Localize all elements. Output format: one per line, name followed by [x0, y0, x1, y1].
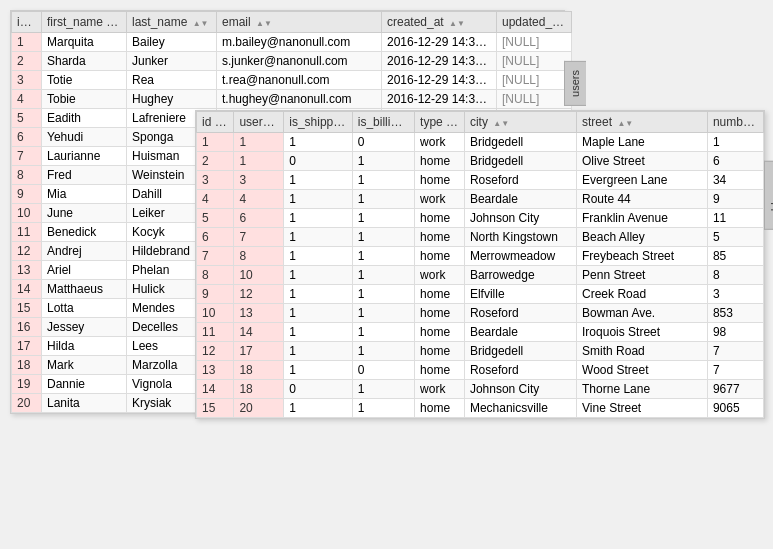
- user-firstname-cell: Andrej: [42, 242, 127, 261]
- addr-shipping-cell: 1: [284, 190, 353, 209]
- addr-billing-cell: 0: [352, 361, 414, 380]
- tables-container: users id ▲▼ first_name ▲▼ last_name ▲▼ e…: [10, 10, 765, 540]
- user-firstname-cell: June: [42, 204, 127, 223]
- addr-shipping-cell: 1: [284, 171, 353, 190]
- addr-col-shipping[interactable]: is_shipping ▲▼: [284, 112, 353, 133]
- addr-id-cell: 4: [197, 190, 234, 209]
- user-id-cell: 19: [12, 375, 42, 394]
- addr-billing-cell: 1: [352, 399, 414, 418]
- addr-type-cell: home: [415, 152, 465, 171]
- addr-street-cell: Wood Street: [577, 361, 708, 380]
- addr-number-cell: 853: [707, 304, 763, 323]
- addr-userid-cell: 1: [234, 152, 284, 171]
- addr-col-billing[interactable]: is_billing ▲▼: [352, 112, 414, 133]
- addr-userid-cell: 8: [234, 247, 284, 266]
- users-tab-label[interactable]: users: [564, 61, 586, 106]
- addr-street-cell: Franklin Avenue: [577, 209, 708, 228]
- addr-number-cell: 7: [707, 342, 763, 361]
- addr-type-cell: home: [415, 247, 465, 266]
- addr-shipping-cell: 1: [284, 285, 353, 304]
- users-col-lastname[interactable]: last_name ▲▼: [127, 12, 217, 33]
- addr-street-cell: Route 44: [577, 190, 708, 209]
- addr-street-cell: Creek Road: [577, 285, 708, 304]
- addr-id-cell: 3: [197, 171, 234, 190]
- addr-street-cell: Beach Alley: [577, 228, 708, 247]
- addr-city-cell: Mechanicsville: [464, 399, 576, 418]
- addr-street-cell: Vine Street: [577, 399, 708, 418]
- addr-shipping-cell: 0: [284, 380, 353, 399]
- users-col-created[interactable]: created_at ▲▼: [382, 12, 497, 33]
- addresses-tab-label[interactable]: addresses: [764, 161, 773, 230]
- addresses-table: id ▲▼ user_id ▲▼ is_shipping ▲▼ is_billi…: [196, 111, 764, 418]
- addr-userid-cell: 4: [234, 190, 284, 209]
- addr-street-cell: Evergreen Lane: [577, 171, 708, 190]
- addr-id-cell: 7: [197, 247, 234, 266]
- addr-number-cell: 3: [707, 285, 763, 304]
- addr-billing-cell: 1: [352, 152, 414, 171]
- users-col-updated[interactable]: updated_at ▲▼: [497, 12, 572, 33]
- user-created-cell: 2016-12-29 14:37:14: [382, 33, 497, 52]
- user-email-cell: s.junker@nanonull.com: [217, 52, 382, 71]
- addr-userid-cell: 7: [234, 228, 284, 247]
- addr-shipping-cell: 1: [284, 266, 353, 285]
- user-updated-cell: [NULL]: [497, 90, 572, 109]
- addr-shipping-cell: 1: [284, 323, 353, 342]
- user-email-cell: m.bailey@nanonull.com: [217, 33, 382, 52]
- user-id-cell: 10: [12, 204, 42, 223]
- addr-userid-cell: 3: [234, 171, 284, 190]
- addr-id-cell: 11: [197, 323, 234, 342]
- table-row: 1MarquitaBaileym.bailey@nanonull.com2016…: [12, 33, 572, 52]
- addr-billing-cell: 0: [352, 133, 414, 152]
- addr-id-cell: 6: [197, 228, 234, 247]
- user-updated-cell: [NULL]: [497, 52, 572, 71]
- user-firstname-cell: Matthaeus: [42, 280, 127, 299]
- addr-type-cell: work: [415, 190, 465, 209]
- table-row: 3311homeRosefordEvergreen Lane34: [197, 171, 764, 190]
- table-row: 81011workBarrowedgePenn Street8: [197, 266, 764, 285]
- addr-type-cell: work: [415, 266, 465, 285]
- addr-col-number[interactable]: number ▲▼: [707, 112, 763, 133]
- addr-userid-cell: 13: [234, 304, 284, 323]
- addr-city-cell: Roseford: [464, 171, 576, 190]
- user-id-cell: 17: [12, 337, 42, 356]
- user-id-cell: 2: [12, 52, 42, 71]
- table-row: 4TobieHugheyt.hughey@nanonull.com2016-12…: [12, 90, 572, 109]
- user-id-cell: 16: [12, 318, 42, 337]
- user-id-cell: 12: [12, 242, 42, 261]
- addr-col-userid[interactable]: user_id ▲▼: [234, 112, 284, 133]
- addr-street-cell: Freybeach Street: [577, 247, 708, 266]
- addr-billing-cell: 1: [352, 342, 414, 361]
- user-id-cell: 4: [12, 90, 42, 109]
- addr-billing-cell: 1: [352, 209, 414, 228]
- addr-col-id[interactable]: id ▲▼: [197, 112, 234, 133]
- users-col-email[interactable]: email ▲▼: [217, 12, 382, 33]
- user-lastname-cell: Bailey: [127, 33, 217, 52]
- addr-city-cell: Roseford: [464, 361, 576, 380]
- addr-city-cell: Merrowmeadow: [464, 247, 576, 266]
- user-created-cell: 2016-12-29 14:37:14: [382, 52, 497, 71]
- addr-userid-cell: 1: [234, 133, 284, 152]
- addr-id-cell: 8: [197, 266, 234, 285]
- addr-shipping-cell: 1: [284, 228, 353, 247]
- addr-col-city[interactable]: city ▲▼: [464, 112, 576, 133]
- user-id-cell: 6: [12, 128, 42, 147]
- addr-billing-cell: 1: [352, 323, 414, 342]
- table-row: 2101homeBridgedellOlive Street6: [197, 152, 764, 171]
- addr-billing-cell: 1: [352, 304, 414, 323]
- table-row: 131810homeRosefordWood Street7: [197, 361, 764, 380]
- addr-id-cell: 15: [197, 399, 234, 418]
- user-firstname-cell: Hilda: [42, 337, 127, 356]
- users-col-id[interactable]: id ▲▼: [12, 12, 42, 33]
- user-firstname-cell: Lotta: [42, 299, 127, 318]
- user-email-cell: t.rea@nanonull.com: [217, 71, 382, 90]
- user-lastname-cell: Hughey: [127, 90, 217, 109]
- addr-col-type[interactable]: type ▲▼: [415, 112, 465, 133]
- addr-col-street[interactable]: street ▲▼: [577, 112, 708, 133]
- addr-type-cell: home: [415, 171, 465, 190]
- user-firstname-cell: Benedick: [42, 223, 127, 242]
- users-col-firstname[interactable]: first_name ▲▼: [42, 12, 127, 33]
- user-firstname-cell: Tobie: [42, 90, 127, 109]
- addr-userid-cell: 6: [234, 209, 284, 228]
- addr-city-cell: Bridgedell: [464, 133, 576, 152]
- addr-street-cell: Iroquois Street: [577, 323, 708, 342]
